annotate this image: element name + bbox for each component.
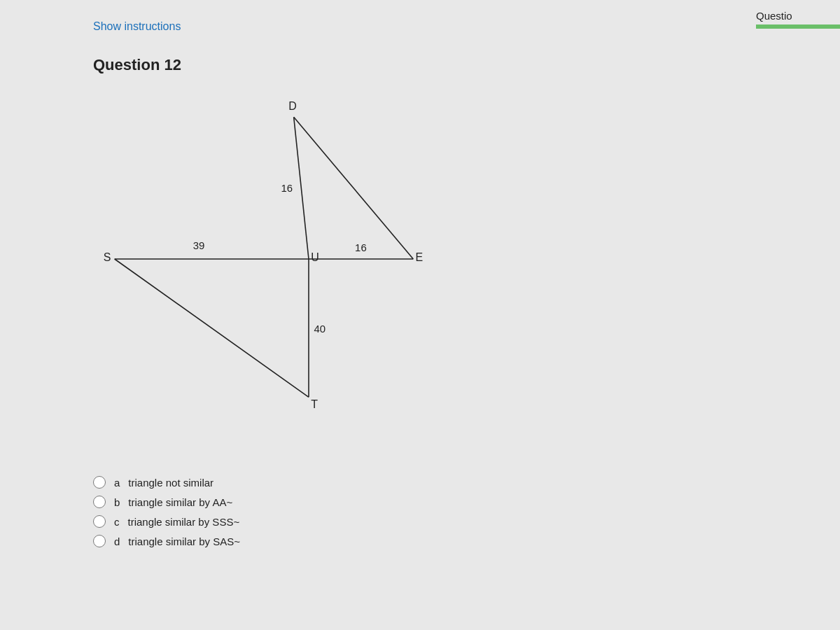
option-c-text: triangle similar by SSS~ <box>128 516 240 528</box>
vertex-T-label: T <box>311 398 318 410</box>
vertex-E-label: E <box>416 251 424 263</box>
option-a-letter: a <box>114 477 120 489</box>
option-b-letter: b <box>114 496 120 508</box>
option-a-row[interactable]: atriangle not similar <box>93 476 240 489</box>
show-instructions-link[interactable]: Show instructions <box>93 20 181 33</box>
option-b-radio[interactable] <box>93 496 106 508</box>
edge-DU-label: 16 <box>281 182 293 194</box>
vertex-U-label: U <box>311 251 319 263</box>
question-number: Question 12 <box>93 56 181 74</box>
option-d-radio[interactable] <box>93 535 106 547</box>
option-c-letter: c <box>114 516 120 528</box>
vertex-D-label: D <box>288 100 297 112</box>
option-a-radio[interactable] <box>93 476 106 489</box>
option-b-row[interactable]: btriangle similar by AA~ <box>93 496 240 508</box>
option-d-letter: d <box>114 536 120 547</box>
svg-line-0 <box>294 117 309 259</box>
option-a-text: triangle not similar <box>128 477 214 489</box>
svg-line-1 <box>294 117 414 259</box>
option-d-row[interactable]: dtriangle similar by SAS~ <box>93 535 240 547</box>
edge-UE-label: 16 <box>355 241 367 253</box>
svg-line-5 <box>115 259 309 397</box>
question-nav-bar <box>756 24 840 29</box>
edge-UT-label: 40 <box>314 323 326 335</box>
option-c-row[interactable]: ctriangle similar by SSS~ <box>93 515 240 528</box>
vertex-S-label: S <box>104 251 111 263</box>
diagram-area: D S U E T 16 39 16 40 <box>93 91 457 427</box>
edge-SU-label: 39 <box>193 239 205 251</box>
answer-options: atriangle not similarbtriangle similar b… <box>93 476 240 554</box>
option-d-text: triangle similar by SAS~ <box>128 536 240 547</box>
question-nav-label: Questio <box>756 10 840 22</box>
option-b-text: triangle similar by AA~ <box>128 496 232 508</box>
option-c-radio[interactable] <box>93 515 106 528</box>
question-nav-panel: Questio <box>756 10 840 29</box>
